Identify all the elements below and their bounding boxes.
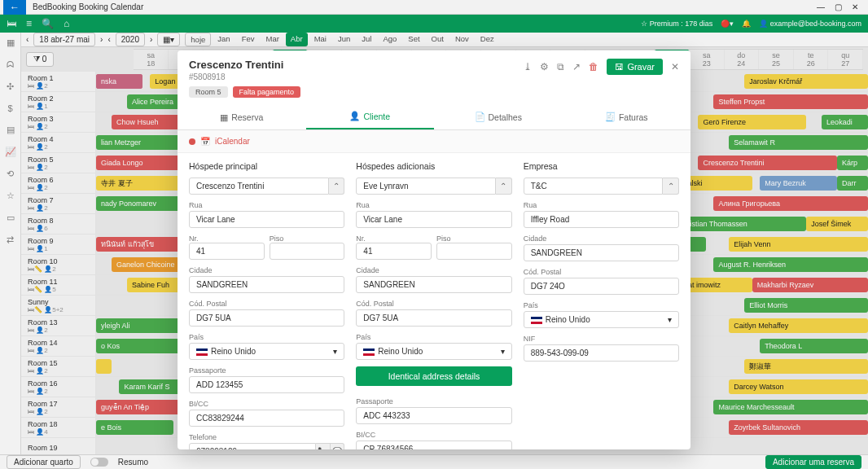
tab-faturas[interactable]: 🧾 Faturas bbox=[563, 104, 691, 129]
share-icon[interactable]: ↗ bbox=[572, 61, 581, 72]
principal-nr-input[interactable] bbox=[189, 243, 265, 260]
adicional-name-input[interactable] bbox=[356, 178, 496, 195]
principal-pais-select[interactable]: Reino Unido▾ bbox=[189, 343, 344, 360]
empresa-cidade-input[interactable] bbox=[524, 244, 679, 261]
tab-cliente[interactable]: 👤 Cliente bbox=[306, 104, 435, 129]
principal-phone-input[interactable] bbox=[189, 443, 316, 449]
tab-detalhes[interactable]: 📄 Detalhes bbox=[434, 104, 563, 129]
section-principal: Hóspede principal bbox=[189, 161, 344, 171]
empresa-cp-input[interactable] bbox=[524, 278, 679, 295]
adicional-bicc-input[interactable] bbox=[356, 441, 511, 449]
adicional-pais-select[interactable]: Reino Unido▾ bbox=[356, 343, 511, 360]
tab-reserva[interactable]: ▦ Reserva bbox=[178, 104, 306, 129]
phone-call-icon[interactable]: 📞 bbox=[316, 443, 331, 449]
empresa-name-input[interactable] bbox=[524, 178, 664, 195]
section-empresa: Empresa bbox=[524, 161, 679, 171]
copy-icon[interactable]: ⧉ bbox=[557, 61, 564, 72]
empresa-rua-input[interactable] bbox=[524, 211, 679, 228]
room-chip: Room 5 bbox=[189, 86, 228, 98]
principal-bicc-input[interactable] bbox=[189, 410, 344, 427]
delete-icon[interactable]: 🗑 bbox=[589, 61, 598, 72]
ical-icon: 📅 bbox=[200, 137, 210, 146]
save-button[interactable]: 🖫 Gravar bbox=[607, 59, 663, 75]
adicional-passport-input[interactable] bbox=[356, 407, 511, 424]
gear-icon[interactable]: ⚙ bbox=[540, 61, 549, 72]
empresa-expand-icon[interactable]: ⌃ bbox=[663, 178, 679, 195]
principal-name-input[interactable] bbox=[189, 178, 329, 195]
adicional-expand-icon[interactable]: ⌃ bbox=[496, 178, 512, 195]
phone-sms-icon[interactable]: 💬 bbox=[331, 443, 345, 449]
empresa-nif-input[interactable] bbox=[524, 344, 679, 362]
principal-piso-input[interactable] bbox=[270, 243, 345, 260]
export-icon[interactable]: ⤓ bbox=[524, 61, 532, 72]
ical-label: iCalendar bbox=[215, 137, 250, 146]
adicional-nr-input[interactable] bbox=[356, 243, 432, 260]
guest-name-title: Crescenzo Trentini bbox=[189, 59, 300, 71]
adicional-cidade-input[interactable] bbox=[356, 276, 511, 293]
section-adicionais: Hóspedes adicionais bbox=[356, 161, 511, 171]
adicional-cp-input[interactable] bbox=[356, 309, 511, 327]
empresa-pais-select[interactable]: Reino Unido▾ bbox=[524, 311, 679, 328]
adicional-piso-input[interactable] bbox=[436, 243, 512, 260]
ical-status-dot bbox=[189, 138, 195, 145]
principal-passport-input[interactable] bbox=[189, 376, 344, 393]
principal-cidade-input[interactable] bbox=[189, 276, 344, 293]
close-modal-icon[interactable]: ✕ bbox=[671, 61, 679, 72]
booking-ref: #5808918 bbox=[189, 72, 300, 81]
adicional-rua-input[interactable] bbox=[356, 211, 511, 228]
principal-rua-input[interactable] bbox=[189, 211, 344, 228]
principal-expand-icon[interactable]: ⌃ bbox=[329, 178, 345, 195]
identical-address-button[interactable]: Identical address details bbox=[356, 366, 511, 386]
status-chip: Falta pagamento bbox=[233, 86, 301, 98]
principal-cp-input[interactable] bbox=[189, 309, 344, 327]
